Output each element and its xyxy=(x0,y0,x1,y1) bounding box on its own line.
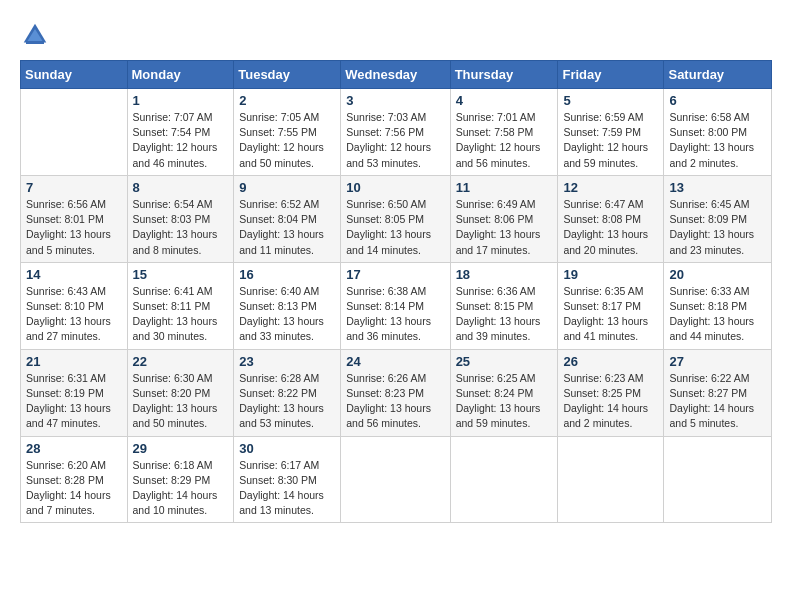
calendar-cell: 13Sunrise: 6:45 AMSunset: 8:09 PMDayligh… xyxy=(664,175,772,262)
calendar-cell: 17Sunrise: 6:38 AMSunset: 8:14 PMDayligh… xyxy=(341,262,450,349)
day-info: Sunrise: 6:26 AMSunset: 8:23 PMDaylight:… xyxy=(346,371,444,432)
day-number: 9 xyxy=(239,180,335,195)
day-info: Sunrise: 6:54 AMSunset: 8:03 PMDaylight:… xyxy=(133,197,229,258)
day-number: 5 xyxy=(563,93,658,108)
day-number: 11 xyxy=(456,180,553,195)
day-number: 18 xyxy=(456,267,553,282)
calendar-cell: 7Sunrise: 6:56 AMSunset: 8:01 PMDaylight… xyxy=(21,175,128,262)
day-number: 12 xyxy=(563,180,658,195)
day-number: 26 xyxy=(563,354,658,369)
day-number: 3 xyxy=(346,93,444,108)
day-info: Sunrise: 6:30 AMSunset: 8:20 PMDaylight:… xyxy=(133,371,229,432)
calendar-cell: 2Sunrise: 7:05 AMSunset: 7:55 PMDaylight… xyxy=(234,89,341,176)
column-header-saturday: Saturday xyxy=(664,61,772,89)
calendar-cell: 20Sunrise: 6:33 AMSunset: 8:18 PMDayligh… xyxy=(664,262,772,349)
day-info: Sunrise: 6:23 AMSunset: 8:25 PMDaylight:… xyxy=(563,371,658,432)
day-info: Sunrise: 7:07 AMSunset: 7:54 PMDaylight:… xyxy=(133,110,229,171)
day-info: Sunrise: 6:43 AMSunset: 8:10 PMDaylight:… xyxy=(26,284,122,345)
day-number: 24 xyxy=(346,354,444,369)
day-number: 25 xyxy=(456,354,553,369)
day-number: 4 xyxy=(456,93,553,108)
calendar-cell: 27Sunrise: 6:22 AMSunset: 8:27 PMDayligh… xyxy=(664,349,772,436)
calendar-cell: 14Sunrise: 6:43 AMSunset: 8:10 PMDayligh… xyxy=(21,262,128,349)
day-number: 8 xyxy=(133,180,229,195)
day-info: Sunrise: 6:17 AMSunset: 8:30 PMDaylight:… xyxy=(239,458,335,519)
day-info: Sunrise: 6:45 AMSunset: 8:09 PMDaylight:… xyxy=(669,197,766,258)
column-header-monday: Monday xyxy=(127,61,234,89)
day-number: 30 xyxy=(239,441,335,456)
column-header-sunday: Sunday xyxy=(21,61,128,89)
calendar-header-row: SundayMondayTuesdayWednesdayThursdayFrid… xyxy=(21,61,772,89)
calendar-cell: 10Sunrise: 6:50 AMSunset: 8:05 PMDayligh… xyxy=(341,175,450,262)
logo-icon xyxy=(20,20,50,50)
day-info: Sunrise: 6:52 AMSunset: 8:04 PMDaylight:… xyxy=(239,197,335,258)
calendar-cell: 19Sunrise: 6:35 AMSunset: 8:17 PMDayligh… xyxy=(558,262,664,349)
column-header-thursday: Thursday xyxy=(450,61,558,89)
calendar-cell xyxy=(558,436,664,523)
calendar-table: SundayMondayTuesdayWednesdayThursdayFrid… xyxy=(20,60,772,523)
calendar-week-row: 7Sunrise: 6:56 AMSunset: 8:01 PMDaylight… xyxy=(21,175,772,262)
calendar-cell: 30Sunrise: 6:17 AMSunset: 8:30 PMDayligh… xyxy=(234,436,341,523)
calendar-cell: 8Sunrise: 6:54 AMSunset: 8:03 PMDaylight… xyxy=(127,175,234,262)
day-info: Sunrise: 7:03 AMSunset: 7:56 PMDaylight:… xyxy=(346,110,444,171)
day-info: Sunrise: 6:33 AMSunset: 8:18 PMDaylight:… xyxy=(669,284,766,345)
header xyxy=(20,20,772,50)
day-number: 27 xyxy=(669,354,766,369)
calendar-cell xyxy=(450,436,558,523)
day-info: Sunrise: 6:38 AMSunset: 8:14 PMDaylight:… xyxy=(346,284,444,345)
day-info: Sunrise: 6:36 AMSunset: 8:15 PMDaylight:… xyxy=(456,284,553,345)
day-number: 22 xyxy=(133,354,229,369)
column-header-tuesday: Tuesday xyxy=(234,61,341,89)
day-number: 2 xyxy=(239,93,335,108)
day-info: Sunrise: 6:20 AMSunset: 8:28 PMDaylight:… xyxy=(26,458,122,519)
calendar-cell: 24Sunrise: 6:26 AMSunset: 8:23 PMDayligh… xyxy=(341,349,450,436)
calendar-cell: 29Sunrise: 6:18 AMSunset: 8:29 PMDayligh… xyxy=(127,436,234,523)
calendar-cell: 9Sunrise: 6:52 AMSunset: 8:04 PMDaylight… xyxy=(234,175,341,262)
day-info: Sunrise: 6:18 AMSunset: 8:29 PMDaylight:… xyxy=(133,458,229,519)
calendar-cell: 4Sunrise: 7:01 AMSunset: 7:58 PMDaylight… xyxy=(450,89,558,176)
calendar-cell: 26Sunrise: 6:23 AMSunset: 8:25 PMDayligh… xyxy=(558,349,664,436)
calendar-cell: 22Sunrise: 6:30 AMSunset: 8:20 PMDayligh… xyxy=(127,349,234,436)
calendar-cell: 18Sunrise: 6:36 AMSunset: 8:15 PMDayligh… xyxy=(450,262,558,349)
calendar-cell: 5Sunrise: 6:59 AMSunset: 7:59 PMDaylight… xyxy=(558,89,664,176)
calendar-week-row: 28Sunrise: 6:20 AMSunset: 8:28 PMDayligh… xyxy=(21,436,772,523)
day-number: 19 xyxy=(563,267,658,282)
calendar-cell: 11Sunrise: 6:49 AMSunset: 8:06 PMDayligh… xyxy=(450,175,558,262)
calendar-week-row: 14Sunrise: 6:43 AMSunset: 8:10 PMDayligh… xyxy=(21,262,772,349)
day-info: Sunrise: 6:59 AMSunset: 7:59 PMDaylight:… xyxy=(563,110,658,171)
day-info: Sunrise: 7:01 AMSunset: 7:58 PMDaylight:… xyxy=(456,110,553,171)
day-number: 6 xyxy=(669,93,766,108)
day-info: Sunrise: 6:25 AMSunset: 8:24 PMDaylight:… xyxy=(456,371,553,432)
day-number: 17 xyxy=(346,267,444,282)
svg-rect-2 xyxy=(26,41,44,44)
calendar-cell: 15Sunrise: 6:41 AMSunset: 8:11 PMDayligh… xyxy=(127,262,234,349)
day-number: 1 xyxy=(133,93,229,108)
day-info: Sunrise: 6:41 AMSunset: 8:11 PMDaylight:… xyxy=(133,284,229,345)
day-info: Sunrise: 6:50 AMSunset: 8:05 PMDaylight:… xyxy=(346,197,444,258)
calendar-cell: 28Sunrise: 6:20 AMSunset: 8:28 PMDayligh… xyxy=(21,436,128,523)
day-number: 28 xyxy=(26,441,122,456)
calendar-cell xyxy=(21,89,128,176)
calendar-cell: 3Sunrise: 7:03 AMSunset: 7:56 PMDaylight… xyxy=(341,89,450,176)
day-info: Sunrise: 6:31 AMSunset: 8:19 PMDaylight:… xyxy=(26,371,122,432)
calendar-week-row: 21Sunrise: 6:31 AMSunset: 8:19 PMDayligh… xyxy=(21,349,772,436)
logo xyxy=(20,20,54,50)
day-info: Sunrise: 6:49 AMSunset: 8:06 PMDaylight:… xyxy=(456,197,553,258)
day-info: Sunrise: 7:05 AMSunset: 7:55 PMDaylight:… xyxy=(239,110,335,171)
day-number: 21 xyxy=(26,354,122,369)
calendar-week-row: 1Sunrise: 7:07 AMSunset: 7:54 PMDaylight… xyxy=(21,89,772,176)
calendar-cell: 16Sunrise: 6:40 AMSunset: 8:13 PMDayligh… xyxy=(234,262,341,349)
day-number: 16 xyxy=(239,267,335,282)
page: SundayMondayTuesdayWednesdayThursdayFrid… xyxy=(0,0,792,533)
day-number: 29 xyxy=(133,441,229,456)
day-number: 20 xyxy=(669,267,766,282)
calendar-cell: 6Sunrise: 6:58 AMSunset: 8:00 PMDaylight… xyxy=(664,89,772,176)
day-info: Sunrise: 6:58 AMSunset: 8:00 PMDaylight:… xyxy=(669,110,766,171)
day-number: 13 xyxy=(669,180,766,195)
day-number: 10 xyxy=(346,180,444,195)
day-number: 23 xyxy=(239,354,335,369)
day-info: Sunrise: 6:35 AMSunset: 8:17 PMDaylight:… xyxy=(563,284,658,345)
day-info: Sunrise: 6:56 AMSunset: 8:01 PMDaylight:… xyxy=(26,197,122,258)
column-header-friday: Friday xyxy=(558,61,664,89)
day-info: Sunrise: 6:40 AMSunset: 8:13 PMDaylight:… xyxy=(239,284,335,345)
